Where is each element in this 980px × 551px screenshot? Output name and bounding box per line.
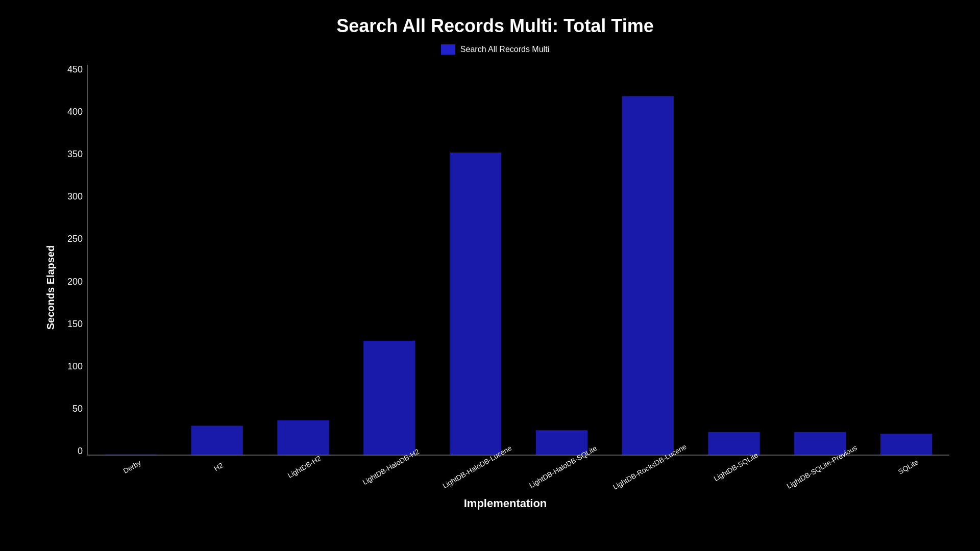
x-label-container: H2: [173, 458, 259, 471]
y-tick: 200: [61, 277, 87, 286]
y-axis-label-container: Seconds Elapsed: [41, 65, 61, 510]
bar: [622, 96, 674, 455]
legend-label: Search All Records Multi: [460, 45, 549, 54]
bar: [880, 434, 932, 455]
y-tick: 50: [61, 404, 87, 413]
y-tick: 150: [61, 319, 87, 329]
chart-container: Search All Records Multi: Total Time Sea…: [0, 0, 980, 551]
y-axis-ticks: 050100150200250300350400450: [61, 65, 87, 456]
x-label-container: LightDB-HaloDB-SQLite: [518, 458, 604, 471]
bar: [191, 425, 243, 455]
y-tick: 350: [61, 149, 87, 159]
bars-svg: [88, 65, 949, 455]
y-tick: 450: [61, 65, 87, 74]
y-tick: 250: [61, 234, 87, 243]
bar: [708, 432, 760, 455]
bar: [277, 420, 329, 455]
x-label-container: LightDB-RocksDB-Lucene: [604, 458, 691, 471]
x-label-container: LightDB-H2: [259, 458, 346, 471]
chart-title: Search All Records Multi: Total Time: [336, 15, 653, 37]
chart-inner: 050100150200250300350400450 DerbyH2Light…: [61, 65, 949, 510]
x-label: SQLite: [897, 458, 920, 475]
x-label-container: LightDB-HaloDB-H2: [346, 458, 432, 471]
x-label: LightDB-H2: [286, 454, 323, 480]
legend-color-box: [441, 44, 455, 55]
y-tick: 100: [61, 362, 87, 371]
x-axis-title: Implementation: [61, 497, 949, 510]
y-tick: 0: [61, 446, 87, 456]
y-tick: 300: [61, 192, 87, 201]
x-label: Derby: [121, 459, 142, 475]
chart-area: Seconds Elapsed 050100150200250300350400…: [41, 65, 949, 510]
x-label-container: Derby: [87, 458, 173, 471]
x-label-container: LightDB-HaloDB-Lucene: [432, 458, 518, 471]
plot-area: 050100150200250300350400450: [61, 65, 949, 456]
y-axis-label: Seconds Elapsed: [45, 245, 57, 330]
y-tick: 400: [61, 107, 87, 116]
x-label-container: SQLite: [863, 458, 949, 471]
x-label-container: LightDB-SQLite-Previous: [777, 458, 863, 471]
bars-area: [87, 65, 949, 456]
x-label: H2: [212, 461, 225, 473]
x-label: LightDB-SQLite: [712, 451, 759, 483]
x-axis-labels: DerbyH2LightDB-H2LightDB-HaloDB-H2LightD…: [61, 458, 949, 471]
bar: [450, 153, 501, 455]
bar: [363, 341, 415, 455]
legend: Search All Records Multi: [441, 44, 549, 55]
bar: [794, 432, 846, 455]
bar: [536, 430, 587, 455]
x-label-container: LightDB-SQLite: [691, 458, 777, 471]
